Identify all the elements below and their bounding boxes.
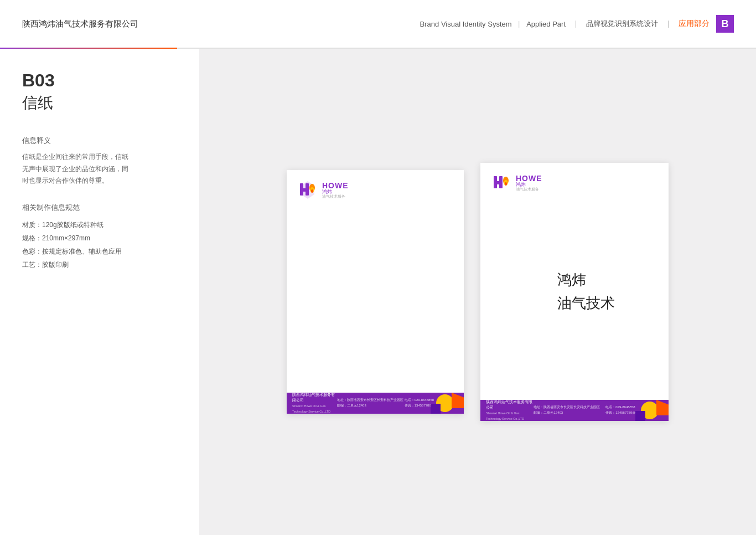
logo-icon-right [491, 173, 511, 193]
footer-company-right: 陕西鸿炜油气技术服务有限公司 Shaanxi Howe Oil & Gas Te… [486, 400, 534, 421]
letter-body-left [287, 200, 464, 393]
applied-part-text: Applied Part [526, 20, 566, 28]
shape-purple-right [635, 411, 645, 421]
company-name: 陕西鸿炜油气技术服务有限公司 [22, 19, 138, 29]
spec-craft: 工艺：胶版印刷 [22, 258, 177, 271]
info-body: 信纸是企业间往来的常用手段，信纸无声中展现了企业的品位和内涵，同时也显示对合作伙… [22, 151, 177, 187]
spec-size: 规格：210mm×297mm [22, 232, 177, 245]
b-badge: B [716, 15, 734, 33]
header-right: Brand Visual Identity System | Applied P… [420, 15, 734, 33]
logo-howe-right: HOWE [516, 174, 542, 182]
logo-cn-right: 鸿炜 [516, 182, 542, 187]
page-title: 信纸 [22, 92, 177, 114]
brand-en-text: Brand Visual Identity System [420, 20, 512, 28]
letter-card-right: HOWE 鸿炜 油气技术服务 鸿炜 油气技术 陕西鸿炜油气技术服务有限公司 Sh… [480, 163, 669, 421]
letter-footer-right: 陕西鸿炜油气技术服务有限公司 Shaanxi Howe Oil & Gas Te… [480, 400, 669, 421]
spec-section: 相关制作信息规范 材质：120g胶版纸或特种纸 规格：210mm×297mm 色… [22, 203, 177, 271]
shape-orange-right [656, 400, 669, 415]
info-section: 信息释义 信纸是企业间往来的常用手段，信纸无声中展现了企业的品位和内涵，同时也显… [22, 136, 177, 187]
handwriting-line1: 鸿炜 [557, 269, 615, 292]
handwriting-block: 鸿炜 油气技术 [557, 269, 615, 315]
logo-icon-left [298, 180, 318, 200]
info-heading: 信息释义 [22, 136, 177, 146]
handwriting-line2: 油气技术 [557, 292, 615, 315]
logo-text-right: HOWE 鸿炜 油气技术服务 [516, 174, 542, 191]
shape-orange-left [452, 393, 464, 408]
sep1: | [519, 19, 520, 28]
logo-cn-left: 鸿炜 [322, 189, 349, 194]
letter-card-left: HOWE 鸿炜 油气技术服务 陕西鸿炜油气技术服务有限公司 Shaanxi Ho… [287, 170, 464, 414]
letter-footer-left: 陕西鸿炜油气技术服务有限公司 Shaanxi Howe Oil & Gas Te… [287, 393, 464, 414]
brand-cn-text: 品牌视觉识别系统设计 [586, 19, 658, 29]
svg-point-12 [505, 182, 507, 186]
letter-logo-left: HOWE 鸿炜 油气技术服务 [287, 170, 464, 200]
spec-heading: 相关制作信息规范 [22, 203, 177, 213]
svg-rect-9 [499, 176, 503, 188]
footer-shapes-left [431, 393, 464, 414]
logo-howe-left: HOWE [322, 182, 349, 189]
sep2: ｜ [572, 19, 579, 29]
spec-material: 材质：120g胶版纸或特种纸 [22, 218, 177, 232]
shape-purple-left [431, 404, 441, 414]
left-panel: B03 信纸 信息释义 信纸是企业间往来的常用手段，信纸无声中展现了企业的品位和… [0, 49, 199, 535]
letter-logo-right: HOWE 鸿炜 油气技术服务 [480, 163, 669, 193]
spec-color: 色彩：按规定标准色、辅助色应用 [22, 245, 177, 258]
footer-address-right: 地址：陕西省西安市长安区长安科技产业园区邮编：二单元12403 [534, 405, 605, 415]
main-area: HOWE 鸿炜 油气技术服务 陕西鸿炜油气技术服务有限公司 Shaanxi Ho… [199, 49, 756, 535]
footer-shapes-right [635, 400, 669, 421]
page-header: 陕西鸿炜油气技术服务有限公司 Brand Visual Identity Sys… [0, 0, 756, 49]
logo-sub-left: 油气技术服务 [322, 194, 349, 198]
sep3: ｜ [665, 19, 672, 29]
applied-cn-text: 应用部分 [679, 19, 710, 29]
logo-text-left: HOWE 鸿炜 油气技术服务 [322, 182, 349, 198]
logo-sub-right: 油气技术服务 [516, 187, 542, 191]
svg-point-6 [311, 189, 313, 193]
svg-rect-3 [305, 183, 309, 196]
page-code: B03 [22, 71, 177, 90]
footer-company-left: 陕西鸿炜油气技术服务有限公司 Shaanxi Howe Oil & Gas Te… [292, 393, 337, 414]
footer-address-left: 地址：陕西省西安市长安区长安科技产业园区邮编：二单元12403 [337, 398, 405, 408]
letter-body-right: 鸿炜 油气技术 [480, 193, 669, 400]
